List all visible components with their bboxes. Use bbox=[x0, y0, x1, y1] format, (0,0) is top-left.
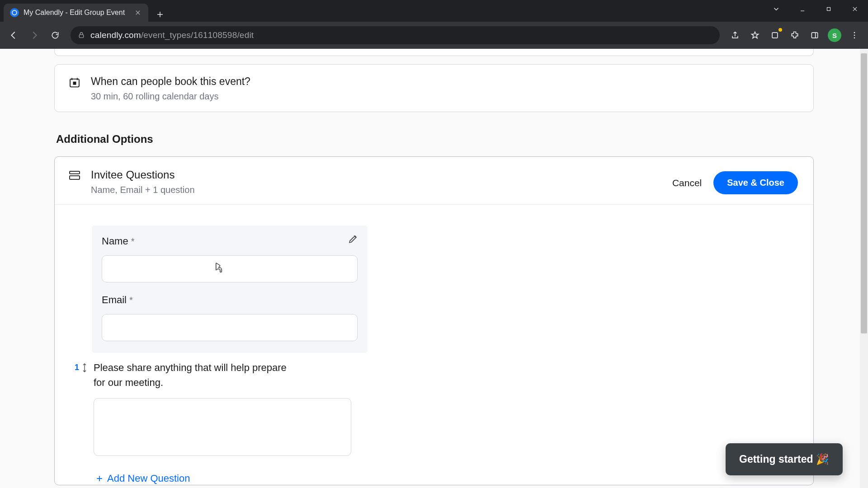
window-controls bbox=[763, 0, 868, 18]
svg-point-0 bbox=[12, 10, 17, 15]
vertical-scrollbar[interactable] bbox=[860, 49, 868, 488]
invitee-card-body: Name * Email * 1 bbox=[55, 205, 813, 485]
svg-rect-4 bbox=[811, 33, 817, 38]
sidepanel-icon[interactable] bbox=[806, 26, 824, 44]
email-label-text: Email bbox=[102, 294, 127, 306]
kebab-menu-icon[interactable] bbox=[845, 26, 863, 44]
name-required-asterisk: * bbox=[131, 236, 135, 247]
question-name-group: Name * bbox=[102, 235, 358, 282]
cancel-button[interactable]: Cancel bbox=[672, 178, 702, 188]
fixed-questions-block: Name * Email * bbox=[92, 225, 368, 353]
custom-question-textarea[interactable] bbox=[94, 398, 351, 456]
avatar-initial: S bbox=[828, 28, 841, 42]
add-new-question-label: Add New Question bbox=[107, 473, 190, 484]
profile-avatar[interactable]: S bbox=[826, 26, 844, 44]
svg-rect-1 bbox=[827, 8, 830, 11]
calendly-favicon bbox=[10, 8, 19, 17]
getting-started-label: Getting started 🎉 bbox=[739, 453, 829, 465]
scheduling-card-title: When can people book this event? bbox=[91, 75, 250, 88]
plus-icon: + bbox=[96, 472, 103, 485]
invitee-questions-title: Invitee Questions bbox=[91, 169, 195, 181]
address-bar[interactable]: calendly.com/event_types/161108598/edit bbox=[71, 26, 720, 44]
form-icon bbox=[68, 170, 81, 180]
question-name-label: Name * bbox=[102, 235, 358, 247]
scheduling-card[interactable]: When can people book this event? 30 min,… bbox=[54, 64, 814, 112]
window-close-icon[interactable] bbox=[842, 0, 868, 18]
window-maximize-icon[interactable] bbox=[816, 0, 842, 18]
new-tab-button[interactable] bbox=[153, 7, 167, 22]
getting-started-pill[interactable]: Getting started 🎉 bbox=[726, 443, 843, 475]
prev-card-clipped[interactable] bbox=[54, 49, 814, 56]
svg-point-5 bbox=[854, 32, 855, 33]
url-host: calendly.com bbox=[90, 30, 141, 40]
tab-close-icon[interactable] bbox=[134, 9, 142, 17]
invitee-questions-subtitle: Name, Email + 1 question bbox=[91, 185, 195, 195]
question-email-group: Email * bbox=[102, 294, 358, 341]
url-text: calendly.com/event_types/161108598/edit bbox=[90, 30, 254, 40]
nav-forward-icon bbox=[25, 26, 43, 44]
url-path: /event_types/161108598/edit bbox=[141, 30, 254, 40]
scheduling-card-subtitle: 30 min, 60 rolling calendar days bbox=[91, 91, 250, 102]
window-minimize-icon[interactable] bbox=[789, 0, 816, 18]
name-label-text: Name bbox=[102, 235, 128, 247]
page-viewport: When can people book this event? 30 min,… bbox=[0, 49, 868, 488]
question-email-label: Email * bbox=[102, 294, 358, 306]
drag-handle-icon[interactable] bbox=[82, 363, 87, 372]
bookmark-star-icon[interactable] bbox=[746, 26, 764, 44]
nav-back-icon[interactable] bbox=[5, 26, 23, 44]
save-and-close-button[interactable]: Save & Close bbox=[713, 171, 798, 194]
extensions-puzzle-icon[interactable] bbox=[786, 26, 804, 44]
svg-point-6 bbox=[854, 35, 855, 36]
custom-question-prompt: Please share anything that will help pre… bbox=[94, 360, 288, 390]
scrollbar-thumb[interactable] bbox=[861, 53, 867, 333]
tab-title: My Calendly - Edit Group Event bbox=[24, 9, 129, 17]
browser-tab-active[interactable]: My Calendly - Edit Group Event bbox=[4, 4, 148, 22]
edit-pencil-icon[interactable] bbox=[348, 234, 359, 246]
question-index: 1 bbox=[70, 360, 87, 372]
name-input[interactable] bbox=[102, 255, 358, 282]
question-index-number: 1 bbox=[75, 363, 79, 372]
svg-rect-2 bbox=[79, 35, 83, 38]
svg-point-7 bbox=[854, 38, 855, 39]
tab-strip: My Calendly - Edit Group Event bbox=[0, 0, 167, 22]
add-new-question-button[interactable]: + Add New Question bbox=[96, 472, 795, 485]
tab-search-icon[interactable] bbox=[763, 0, 789, 18]
email-required-asterisk: * bbox=[129, 295, 133, 305]
section-heading-additional-options: Additional Options bbox=[56, 133, 814, 145]
email-input[interactable] bbox=[102, 314, 358, 341]
svg-rect-3 bbox=[772, 33, 778, 38]
svg-rect-9 bbox=[73, 82, 76, 85]
page-content: When can people book this event? 30 min,… bbox=[54, 49, 814, 485]
share-icon[interactable] bbox=[726, 26, 744, 44]
lock-icon bbox=[78, 32, 85, 39]
extension-badge-icon[interactable] bbox=[766, 26, 784, 44]
browser-toolbar: calendly.com/event_types/161108598/edit … bbox=[0, 22, 868, 49]
nav-reload-icon[interactable] bbox=[46, 26, 64, 44]
browser-titlebar: My Calendly - Edit Group Event bbox=[0, 0, 868, 22]
calendar-icon bbox=[68, 76, 81, 89]
invitee-questions-card: Invitee Questions Name, Email + 1 questi… bbox=[54, 156, 814, 485]
svg-rect-11 bbox=[70, 176, 80, 179]
svg-rect-10 bbox=[70, 171, 80, 174]
invitee-card-header: Invitee Questions Name, Email + 1 questi… bbox=[55, 157, 813, 205]
custom-question-row[interactable]: 1 Please share anything that will help p… bbox=[70, 360, 368, 456]
